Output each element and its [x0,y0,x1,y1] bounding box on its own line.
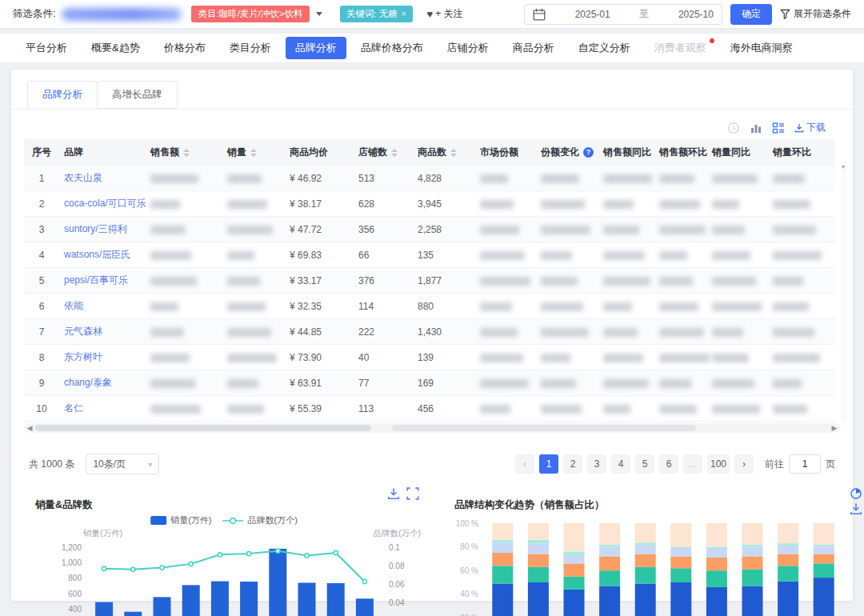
column-header[interactable]: 销量 [222,139,285,166]
brand-structure-stacked-chart: 0 %20 %40 %60 %80 %100 %2025-012025-0220… [443,514,851,616]
brand-link[interactable]: watsons/屈臣氏 [64,249,130,260]
shops-cell: 376 [354,268,413,294]
redacted-cell [146,166,222,191]
download-icon[interactable] [387,487,400,500]
redacted-value [712,354,749,362]
date-start[interactable]: 2025-01 [575,9,610,20]
follow-button[interactable]: ♥ + 关注 [427,7,463,21]
redacted-value [541,174,579,183]
download-icon[interactable] [850,502,862,515]
goto-page-input[interactable] [789,454,821,474]
legend-label[interactable]: 品牌数(万个) [248,514,298,526]
redacted-value [603,302,632,311]
redacted-value [773,251,822,260]
confirm-button[interactable]: 确定 [730,4,772,25]
brand-link[interactable]: 农夫山泉 [64,172,102,183]
redacted-cell [536,294,598,319]
nav-tab[interactable]: 商品分析 [503,37,564,59]
column-header[interactable]: 店铺数 [354,139,413,166]
nav-tab[interactable]: 价格分布 [154,37,215,59]
column-header-label: 销售额环比 [659,146,707,159]
page-button[interactable]: 2 [563,454,582,474]
sort-icon[interactable] [250,149,257,157]
vertical-scrollbar[interactable]: ▾ [842,139,848,422]
nav-tab[interactable]: 海外电商洞察 [721,37,802,59]
more-pages[interactable]: ... [683,454,702,474]
brand-link[interactable]: suntory/三得利 [64,223,127,234]
date-end[interactable]: 2025-10 [678,9,714,20]
redacted-cell [475,319,536,345]
nav-tab[interactable]: 类目分析 [220,37,281,59]
redacted-cell [222,294,285,319]
page-button[interactable]: 100 [707,454,730,474]
nav-tab[interactable]: 店铺分析 [438,37,498,59]
scroll-right-arrow[interactable]: ▶ [829,424,840,432]
brand-link[interactable]: coca-cola/可口可乐 [64,198,146,209]
tab-brand-analysis[interactable]: 品牌分析 [27,81,98,109]
date-range-picker[interactable]: 2025-01 至 2025-10 [524,4,722,25]
redacted-cell [222,191,285,217]
page-button[interactable]: 6 [659,454,678,474]
column-header: 份额变化? [536,139,598,166]
scroll-left-arrow[interactable]: ◀ [24,424,35,432]
brand-link[interactable]: 元气森林 [64,326,102,337]
bar-chart-icon[interactable] [750,122,762,134]
keyword-filter-tag[interactable]: 关键词: 无糖 × [340,6,413,22]
svg-text:40 %: 40 % [460,590,478,598]
category-filter-tag[interactable]: 类目:咖啡/麦片/冲饮>饮料 [191,6,309,22]
avg_price-cell: ¥ 73.90 [285,345,354,370]
chevron-down-icon[interactable] [316,12,322,16]
sort-icon[interactable] [450,149,457,157]
brand-cell: watsons/屈臣氏 [59,242,146,268]
tab-high-growth-brands[interactable]: 高增长品牌 [97,81,178,109]
page-button[interactable]: 3 [587,454,606,474]
table-view-icon[interactable] [772,122,785,134]
next-page-button[interactable]: › [734,454,754,474]
brand-link[interactable]: 东方树叶 [64,351,102,362]
redacted-value [603,405,630,414]
redacted-cell [707,242,768,268]
redacted-cell [536,217,598,242]
legend-label[interactable]: 销量(万件) [170,514,211,526]
help-icon[interactable]: ? [583,147,594,158]
page-button[interactable]: 1 [539,454,558,474]
redacted-value [480,302,512,311]
prev-page-button[interactable]: ‹ [515,454,534,474]
nav-tab[interactable]: 消费者观察 [645,37,716,59]
clock-icon[interactable] [727,122,740,134]
sort-icon[interactable] [391,149,398,157]
redacted-value [480,328,518,337]
redacted-cell [222,319,285,345]
redacted-cell [598,294,654,319]
redacted-value [773,405,807,414]
redacted-cell [475,217,536,242]
brand-link[interactable]: 名仁 [64,402,83,414]
svg-text:800: 800 [68,574,82,582]
column-header[interactable]: 销售额 [146,139,222,166]
brand-link[interactable]: 依能 [64,300,83,311]
page-button[interactable]: 4 [611,454,630,474]
nav-tab[interactable]: 自定义分析 [569,37,640,59]
redacted-value [541,226,590,234]
scrollbar-thumb[interactable] [35,425,371,431]
fullscreen-icon[interactable] [406,487,419,500]
page-button[interactable]: 5 [635,454,654,474]
column-header[interactable]: 商品数 [413,139,475,166]
expand-filters-button[interactable]: 展开筛选条件 [780,7,851,21]
redacted-value [712,328,743,337]
nav-tab[interactable]: 品牌价格分布 [351,37,433,59]
nav-tab[interactable]: 品牌分析 [286,37,346,59]
horizontal-scrollbar[interactable]: ◀ ▶ [24,423,840,433]
brand-link[interactable]: chang/泰象 [64,377,112,388]
legend-line-swatch [223,517,244,525]
nav-tab[interactable]: 概要&趋势 [82,37,150,59]
download-button[interactable]: 下载 [794,121,826,134]
page-size-select[interactable]: 10条/页 ▾ [86,454,159,474]
rank-cell: 8 [24,345,59,370]
close-icon[interactable]: × [402,10,406,18]
redacted-cell [707,217,768,242]
nav-tab[interactable]: 平台分析 [16,37,77,59]
brand-link[interactable]: pepsi/百事可乐 [64,274,128,286]
sort-icon[interactable] [183,149,190,157]
pie-chart-icon[interactable] [850,487,862,500]
